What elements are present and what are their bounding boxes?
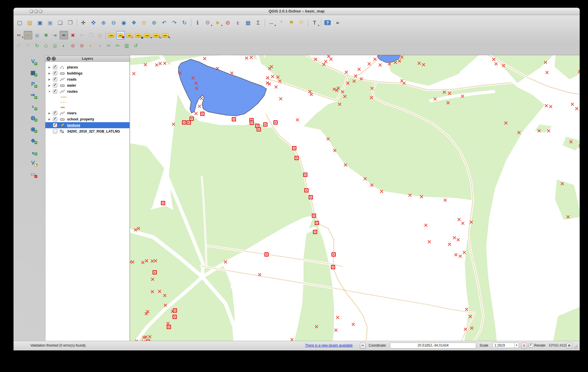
layer-visibility-checkbox[interactable]	[53, 65, 57, 69]
identify-features-button[interactable]: ℹ	[193, 17, 202, 28]
delete-part-button[interactable]: ⊖	[77, 41, 86, 50]
cut-features-button[interactable]: ✂	[77, 31, 86, 40]
expander-icon[interactable]: ▶	[48, 72, 51, 75]
layer-item-routes[interactable]: ▼routes	[45, 88, 130, 94]
scale-dropdown-icon[interactable]: ▼	[514, 343, 519, 348]
show-hide-labels-button[interactable]: abc◉	[134, 31, 143, 40]
render-checkbox[interactable]	[529, 343, 533, 347]
paste-features-button[interactable]: ▤	[95, 31, 104, 40]
add-wms-layer-button[interactable]: ◉+	[28, 124, 38, 133]
expander-icon[interactable]: ▶	[48, 66, 51, 69]
offset-curve-button[interactable]: ◖	[95, 41, 104, 50]
help-button[interactable]: ?	[323, 17, 332, 28]
expander-icon[interactable]: ▶	[48, 78, 51, 81]
expander-icon[interactable]: ▶	[48, 84, 51, 87]
pan-to-selection-button[interactable]: ✜	[88, 17, 98, 28]
field-calculator-button[interactable]: Σ	[253, 17, 263, 28]
toggle-editing-button[interactable]: ✏	[24, 31, 32, 40]
layer-visibility-checkbox[interactable]	[53, 83, 57, 88]
measure-button[interactable]: ↔▼	[266, 17, 276, 28]
split-parts-button[interactable]: ✄	[113, 41, 122, 50]
map-tips-button[interactable]: ❛	[276, 17, 286, 28]
rotate-feature-button[interactable]: ↻	[33, 41, 41, 50]
layer-visibility-checkbox[interactable]	[53, 71, 57, 75]
save-project-button[interactable]: ▣	[35, 17, 45, 28]
show-bookmarks-button[interactable]: ⚐	[297, 17, 306, 28]
zoom-native-button[interactable]: ◉	[119, 17, 129, 28]
zoom-out-button[interactable]: ⊖	[109, 17, 119, 28]
scale-combobox[interactable]: 1:2819▼	[492, 343, 519, 348]
change-label-button[interactable]: abc✎	[161, 31, 170, 40]
whats-this-button[interactable]: ➢	[333, 17, 343, 28]
zoom-in-button[interactable]: ⊕	[99, 17, 108, 28]
expander-icon[interactable]: ▼	[48, 90, 51, 93]
save-layer-edits-button[interactable]: ▣	[33, 31, 41, 40]
stop-render-icon[interactable]: ⊘	[521, 343, 527, 349]
add-vector-layer-button[interactable]: V+	[28, 57, 38, 66]
add-raster-layer-button[interactable]: ▦+	[28, 68, 38, 77]
expander-icon[interactable]: ▶	[48, 124, 51, 127]
run-feature-action-button[interactable]: ⚙▼	[203, 17, 212, 28]
new-project-button[interactable]: ▢	[15, 17, 25, 28]
zoom-next-button[interactable]: ↷	[169, 17, 179, 28]
delete-selected-button[interactable]: ✖	[69, 31, 77, 40]
current-edits-button[interactable]: ✏▼	[15, 31, 23, 40]
move-label-button[interactable]: abc➜	[143, 31, 152, 40]
rotate-point-symbols-button[interactable]: ↺	[131, 41, 140, 50]
new-bookmark-button[interactable]: ⚑	[286, 17, 296, 28]
add-spatialite-layer-button[interactable]: ✑+	[28, 91, 38, 99]
node-tool-button[interactable]: ✒	[60, 31, 68, 40]
layer-visibility-checkbox[interactable]	[53, 123, 57, 127]
new-shapefile-layer-button[interactable]: V✱▼	[28, 158, 38, 167]
simplify-feature-button[interactable]: ◇	[42, 41, 50, 50]
panel-close-icon[interactable]: ✕	[47, 57, 51, 61]
title-bar[interactable]: QGIS 2.0.1-Dufour – basic_map	[14, 8, 580, 15]
layer-visibility-checkbox[interactable]	[53, 89, 57, 94]
add-ring-button[interactable]: ◎	[51, 41, 59, 50]
select-by-expression-button[interactable]: ε	[233, 17, 243, 28]
highlight-pinned-labels-button[interactable]: ab	[125, 31, 134, 40]
merge-selected-features-button[interactable]: ▥	[122, 41, 131, 50]
layer-item-school_property[interactable]: ▶school_property	[45, 116, 130, 122]
layer-item-roads[interactable]: ▶roads	[45, 76, 130, 82]
expander-icon[interactable]: ▶	[48, 112, 51, 115]
layer-visibility-checkbox[interactable]	[53, 129, 57, 133]
composer-manager-button[interactable]: ❐	[65, 17, 75, 28]
crs-button[interactable]: ⊕	[566, 343, 572, 349]
pan-map-button[interactable]: ✛	[78, 17, 88, 28]
text-annotation-button[interactable]: T▼	[310, 17, 319, 28]
new-print-composer-button[interactable]: ❏	[55, 17, 65, 28]
add-postgis-layer-button[interactable]: P+	[28, 79, 38, 88]
layer-item-buildings[interactable]: ▶buildings	[45, 70, 130, 76]
layer-item-raster[interactable]: 3420C_2010_327_RGB_LATLNG	[45, 128, 130, 134]
coordinate-input[interactable]: 20.51852,-34.01434	[390, 343, 476, 349]
deselect-features-button[interactable]: ⊘	[223, 17, 233, 28]
resize-grip[interactable]: ◿	[574, 344, 577, 349]
open-project-button[interactable]: ▨	[25, 17, 35, 28]
select-features-button[interactable]: ➤▼	[213, 17, 223, 28]
layer-item-places[interactable]: ▶places	[45, 64, 130, 70]
open-attribute-table-button[interactable]: ▦	[243, 17, 253, 28]
layer-item-rivers[interactable]: ▶rivers	[45, 110, 130, 116]
add-oracle-layer-button[interactable]: ◍+	[28, 113, 38, 122]
layer-labeling-options-button[interactable]: abc	[107, 31, 116, 40]
layer-item-water[interactable]: ▶water	[45, 82, 130, 88]
remove-layer-button[interactable]: ▭−	[28, 170, 38, 178]
layer-visibility-checkbox[interactable]	[53, 117, 57, 121]
add-part-button[interactable]: ◐	[60, 41, 68, 50]
plugin-icon[interactable]: ✂	[360, 343, 366, 349]
reshape-features-button[interactable]: ◗	[86, 41, 95, 50]
layer-visibility-checkbox[interactable]	[53, 77, 57, 81]
refresh-map-button[interactable]: ↻	[180, 17, 189, 28]
rotate-label-button[interactable]: abc↻	[152, 31, 161, 40]
zoom-to-layer-button[interactable]: ⊚	[149, 17, 159, 28]
layer-item-landuse[interactable]: ▶landuse	[45, 122, 130, 128]
split-features-button[interactable]: ✂	[104, 41, 113, 50]
move-feature-button[interactable]: ➜	[51, 31, 59, 40]
zoom-full-button[interactable]: ❖	[129, 17, 139, 28]
pin-unpin-labels-button[interactable]: ab	[116, 31, 125, 40]
map-canvas[interactable]	[130, 55, 580, 350]
undo-button[interactable]: ↶	[15, 41, 23, 50]
add-delimited-text-layer-button[interactable]: ❟+	[28, 147, 38, 156]
add-mssql-layer-button[interactable]: ◗+	[28, 102, 38, 111]
